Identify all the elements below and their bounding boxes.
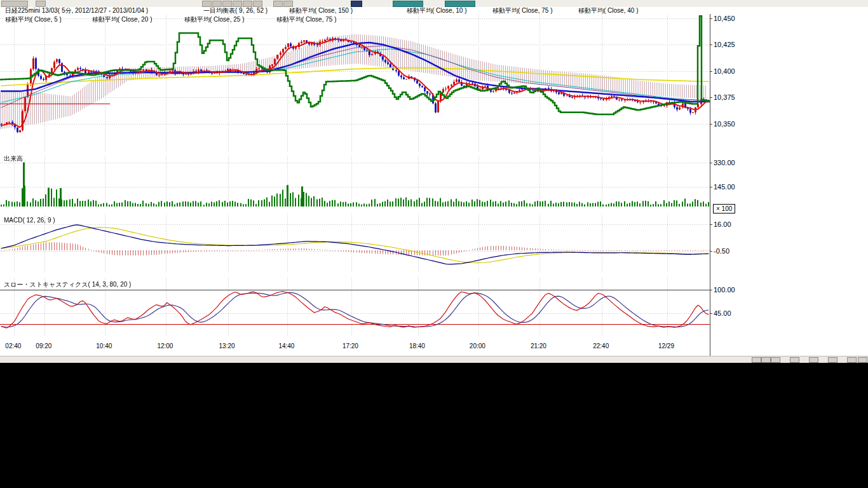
stochastics-pane-label: スロー・ストキャスティクス( 14, 3, 80, 20 ) [4,280,131,289]
scrollbar-button[interactable] [752,357,761,363]
bottom-scrollbar[interactable] [0,356,868,363]
legend-ma75: 移動平均( Close, 75 ) [492,7,552,14]
y-axis-line [710,14,710,356]
y-axis-label: 45.00 [714,309,731,317]
axis-tick [710,71,712,72]
toolbar-button-fragment[interactable] [233,1,242,7]
scrollbar-button[interactable] [828,357,837,363]
macd-pane-label: MACD( 12, 26, 9 ) [4,217,55,224]
scrollbar-button[interactable] [790,357,799,363]
toolbar-button-fragment[interactable] [351,1,362,7]
volume-pane-label: 出来高 [4,154,23,163]
legend-ma10: 移動平均( Close, 10 ) [407,7,466,14]
axis-tick [710,251,712,252]
toolbar-button-fragment[interactable] [1,1,28,7]
time-axis-label: 20:00 [470,342,485,349]
time-axis-label: 09:20 [36,342,51,349]
y-axis-label: 145.00 [714,183,735,191]
legend-symbol-period: 日経225mini 13/03( 5分, 2012/12/27 - 2013/0… [5,7,148,14]
legend-ma20: 移動平均( Close, 20 ) [92,16,152,23]
toolbar-button-fragment[interactable] [393,1,423,7]
time-axis-label: 18:40 [409,342,425,349]
time-axis-label: 12/29 [658,342,674,349]
axis-tick [710,163,712,163]
time-axis-label: 10:40 [96,342,112,349]
axis-tick [710,18,712,19]
legend-ma40: 移動平均( Close, 40 ) [578,7,638,14]
y-axis-label: 330.00 [714,159,735,166]
toolbar-button-fragment[interactable] [222,1,232,7]
y-axis-label: 10,350 [714,120,735,128]
axis-tick [710,97,712,98]
time-axis-label: 22:40 [593,342,609,349]
toolbar-button-fragment[interactable] [243,1,252,7]
scrollbar-button[interactable] [809,357,818,363]
legend-ma25: 移動平均( Close, 25 ) [184,16,244,23]
indicator-legend-row-1: 日経225mini 13/03( 5分, 2012/12/27 - 2013/0… [0,7,868,14]
toolbar-button-fragment[interactable] [212,1,222,7]
multiplier-badge: × 100 [713,204,735,214]
scrollbar-button[interactable] [761,357,771,363]
toolbar-button-fragment[interactable] [283,1,293,7]
time-axis-label: 13:20 [219,342,235,349]
toolbar-button-fragment[interactable] [36,1,46,7]
time-axis-label: 02:40 [5,342,21,349]
scrollbar-button[interactable] [847,357,857,363]
legend-ma75b: 移動平均( Close, 75 ) [276,16,336,23]
legend-ma150: 移動平均( Close, 150 ) [289,7,353,14]
scrollbar-button[interactable] [858,357,867,363]
chart-window: 日経225mini 13/03( 5分, 2012/12/27 - 2013/0… [0,0,868,362]
toolbar-button-fragment[interactable] [273,1,283,7]
axis-tick [710,44,712,45]
toolbar-button-fragment[interactable] [202,1,212,7]
y-axis-label: -0.50 [714,247,729,255]
screen: { "legend_row1": { "items": [ "日経225mini… [0,0,868,488]
toolbar-button-fragment[interactable] [445,1,475,7]
time-axis-label: 14:40 [278,342,294,349]
y-axis-label: 10,375 [714,93,735,101]
price-pane-canvas[interactable] [0,14,710,152]
y-axis-label: 16.00 [714,220,731,228]
axis-tick [710,187,712,187]
time-axis-label: 12:00 [157,342,173,349]
axis-tick [710,124,712,125]
macd-pane-canvas[interactable] [0,214,710,273]
y-axis-label: 10,425 [714,41,735,48]
axis-tick [710,224,712,225]
legend-ma5: 移動平均( Close, 5 ) [5,16,62,23]
toolbar-button-fragment[interactable] [253,1,262,7]
y-axis-label: 10,400 [714,67,735,75]
time-axis-label: 21:20 [531,342,546,349]
axis-tick [710,313,712,314]
axis-tick [710,290,712,290]
time-axis-label: 17:20 [342,342,358,349]
y-axis-label: 100.00 [714,286,735,294]
scrollbar-button[interactable] [771,357,780,363]
chart-area: 移動平均( Close, 5 ) 移動平均( Close, 20 ) 移動平均(… [0,14,868,356]
y-axis-label: 10,450 [714,15,735,22]
legend-ichimoku: 一目均衡表( 9, 26, 52 ) [203,7,268,14]
time-axis: 02:4009:2010:4012:0013:2014:4017:2018:40… [0,342,718,351]
volume-pane-canvas[interactable] [0,156,710,207]
